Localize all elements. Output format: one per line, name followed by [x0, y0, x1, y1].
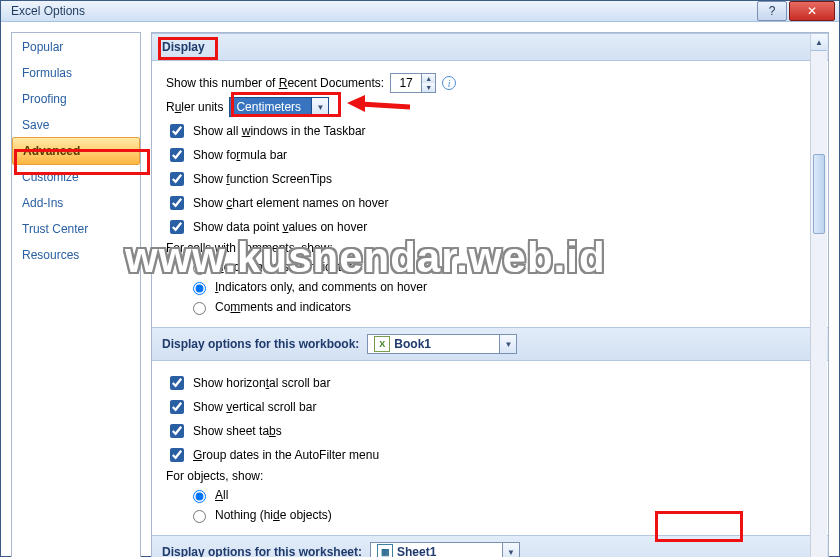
- options-sidebar: Popular Formulas Proofing Save Advanced …: [11, 32, 141, 557]
- chevron-down-icon[interactable]: ▼: [311, 98, 328, 116]
- excel-options-window: Excel Options ? ✕ Popular Formulas Proof…: [0, 0, 840, 557]
- help-button[interactable]: ?: [757, 1, 787, 21]
- sidebar-item-resources[interactable]: Resources: [12, 242, 140, 268]
- recent-docs-label: Show this number of Recent Documents:: [166, 76, 384, 90]
- workbook-select[interactable]: X Book1 ▼: [367, 334, 517, 354]
- chk-show-chart-names[interactable]: [170, 196, 184, 210]
- comments-header-label: For cells with comments, show:: [166, 241, 814, 255]
- sidebar-item-save[interactable]: Save: [12, 112, 140, 138]
- radio-objects-all[interactable]: [193, 490, 206, 503]
- ruler-units-label: Ruler units: [166, 100, 223, 114]
- chevron-down-icon[interactable]: ▼: [499, 335, 516, 353]
- excel-workbook-icon: X: [374, 336, 390, 352]
- chk-hscroll[interactable]: [170, 376, 184, 390]
- chk-show-formula-bar[interactable]: [170, 148, 184, 162]
- sidebar-item-formulas[interactable]: Formulas: [12, 60, 140, 86]
- info-icon: i: [442, 76, 456, 90]
- chk-show-function-screentips[interactable]: [170, 172, 184, 186]
- chk-show-data-values[interactable]: [170, 220, 184, 234]
- display-section-header: Display: [152, 33, 828, 61]
- sidebar-item-addins[interactable]: Add-Ins: [12, 190, 140, 216]
- sidebar-item-advanced[interactable]: Advanced: [12, 137, 140, 165]
- chk-sheet-tabs[interactable]: [170, 424, 184, 438]
- chk-group-dates[interactable]: [170, 448, 184, 462]
- options-main-panel: Display Show this number of Recent Docum…: [151, 32, 829, 557]
- radio-comments-none[interactable]: [193, 262, 206, 275]
- sidebar-item-popular[interactable]: Popular: [12, 34, 140, 60]
- scroll-up-icon[interactable]: ▲: [811, 34, 827, 51]
- excel-sheet-icon: ▦: [377, 544, 393, 557]
- sidebar-item-customize[interactable]: Customize: [12, 164, 140, 190]
- spinner-up-icon[interactable]: ▲: [421, 74, 435, 83]
- radio-objects-nothing[interactable]: [193, 510, 206, 523]
- chevron-down-icon[interactable]: ▼: [502, 543, 519, 557]
- ruler-units-select[interactable]: Centimeters ▼: [229, 97, 329, 117]
- chk-vscroll[interactable]: [170, 400, 184, 414]
- workbook-section-header: Display options for this workbook: X Boo…: [152, 327, 828, 361]
- recent-docs-spinner[interactable]: ▲▼: [390, 73, 436, 93]
- worksheet-select[interactable]: ▦ Sheet1 ▼: [370, 542, 520, 557]
- radio-comments-both[interactable]: [193, 302, 206, 315]
- recent-docs-input[interactable]: [391, 74, 421, 92]
- scroll-thumb[interactable]: [813, 154, 825, 234]
- window-title: Excel Options: [5, 4, 85, 18]
- radio-comments-indicators[interactable]: [193, 282, 206, 295]
- close-button[interactable]: ✕: [789, 1, 835, 21]
- titlebar: Excel Options ? ✕: [1, 1, 839, 22]
- worksheet-section-header: Display options for this worksheet: ▦ Sh…: [152, 535, 828, 557]
- vertical-scrollbar[interactable]: ▲ ▼: [810, 34, 827, 557]
- sidebar-item-proofing[interactable]: Proofing: [12, 86, 140, 112]
- objects-header-label: For objects, show:: [166, 469, 814, 483]
- spinner-down-icon[interactable]: ▼: [421, 83, 435, 92]
- sidebar-item-trustcenter[interactable]: Trust Center: [12, 216, 140, 242]
- chk-show-all-windows[interactable]: [170, 124, 184, 138]
